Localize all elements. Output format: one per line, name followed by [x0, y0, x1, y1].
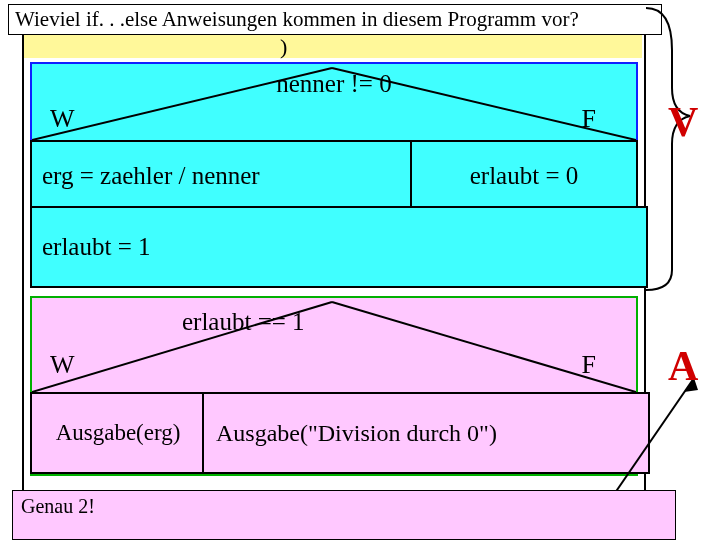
- green-false-text: Ausgabe("Division durch 0"): [216, 420, 497, 447]
- blue-condition: nenner != 0: [32, 70, 636, 98]
- green-true-text: Ausgabe(erg): [56, 420, 181, 446]
- blue-false-label: F: [582, 104, 596, 134]
- yellow-fragment: ): [280, 34, 287, 60]
- green-true-label: W: [50, 350, 75, 380]
- label-V: V: [668, 98, 698, 146]
- blue-if-block: nenner != 0 W F erg = zaehler / nenner e…: [30, 62, 638, 288]
- green-false-stmt: Ausgabe("Division durch 0"): [202, 392, 650, 474]
- blue-after-stmt: erlaubt = 1: [30, 206, 648, 288]
- blue-false-text: erlaubt = 0: [470, 162, 579, 190]
- blue-true-stmt: erg = zaehler / nenner: [30, 140, 424, 212]
- question-text: Wieviel if. . .else Anweisungen kommen i…: [15, 7, 579, 31]
- yellow-strip: [24, 34, 642, 58]
- blue-true-text: erg = zaehler / nenner: [42, 162, 260, 190]
- answer-banner: Genau 2!: [12, 490, 676, 540]
- green-false-label: F: [582, 350, 596, 380]
- green-true-stmt: Ausgabe(erg): [30, 392, 206, 474]
- green-if-block: erlaubt == 1 W F Ausgabe(erg) Ausgabe("D…: [30, 296, 638, 476]
- answer-text: Genau 2!: [21, 495, 95, 517]
- blue-true-label: W: [50, 104, 75, 134]
- green-condition: erlaubt == 1: [182, 308, 305, 336]
- blue-after-text: erlaubt = 1: [42, 233, 151, 261]
- question-banner: Wieviel if. . .else Anweisungen kommen i…: [8, 4, 662, 35]
- label-A: A: [668, 342, 698, 390]
- blue-false-stmt: erlaubt = 0: [410, 140, 638, 212]
